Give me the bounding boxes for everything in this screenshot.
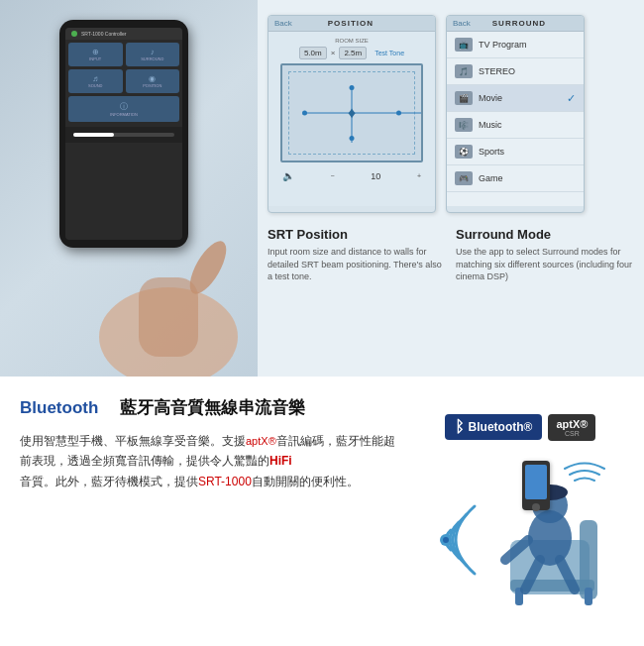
hifi-reference: HiFi bbox=[269, 454, 292, 468]
small-phone-button bbox=[532, 503, 540, 511]
phone-screen: SRT-1000 Controller ⊕ INPUT ♪ SURROUND ♬… bbox=[65, 28, 182, 240]
logo-row: ᛒ Bluetooth® aptX® CSR bbox=[445, 414, 596, 441]
position-bottom-controls: 🔈 − 10 + bbox=[274, 166, 429, 185]
movie-label: Movie bbox=[479, 93, 561, 103]
minus-icon[interactable]: − bbox=[331, 172, 335, 179]
sports-icon: ⚽ bbox=[455, 145, 473, 159]
small-phone-screen bbox=[525, 465, 547, 499]
volume-down-icon[interactable]: 🔈 bbox=[282, 170, 294, 181]
music-icon: 🎼 bbox=[455, 118, 473, 132]
surround-screen: Back SURROUND 📺 TV Program 🎵 STEREO 🎬 bbox=[446, 15, 585, 213]
srt-reference: SRT-1000 bbox=[198, 475, 252, 488]
surround-mode-title: Surround Mode bbox=[456, 227, 634, 242]
svg-rect-11 bbox=[585, 588, 592, 605]
game-label: Game bbox=[479, 173, 576, 183]
phone-app-title: SRT-1000 Controller bbox=[81, 31, 127, 37]
room-diagram: ♦ bbox=[280, 63, 423, 162]
aptx-logo: aptX® CSR bbox=[548, 414, 595, 441]
test-tone-label[interactable]: Test Tone bbox=[375, 50, 404, 56]
descriptions-row: SRT Position Input room size and distanc… bbox=[268, 223, 634, 283]
slider-value: 10 bbox=[371, 171, 380, 181]
phone-btn-sound[interactable]: ♬ SOUND bbox=[68, 69, 123, 93]
game-icon: 🎮 bbox=[455, 171, 473, 185]
bluetooth-symbol: ᛒ bbox=[455, 418, 465, 436]
surround-item-tv[interactable]: 📺 TV Program bbox=[447, 32, 584, 58]
volume-slider[interactable] bbox=[73, 133, 174, 137]
plus-icon[interactable]: + bbox=[417, 172, 421, 179]
phone-btn-input[interactable]: ⊕ INPUT bbox=[68, 43, 123, 66]
position-screen-header: Back POSITION bbox=[268, 16, 435, 32]
info-icon: ⓘ bbox=[71, 101, 176, 112]
position-back-button[interactable]: Back bbox=[274, 19, 292, 28]
surround-icon: ♪ bbox=[129, 48, 177, 56]
chinese-title: 藍牙高音質無線串流音樂 bbox=[120, 398, 305, 417]
surround-label: SURROUND bbox=[129, 56, 177, 61]
phone-btn-information[interactable]: ⓘ INFORMATION bbox=[68, 96, 179, 122]
position-screen-body: ROOM SIZE 5.0m × 2.5m Test Tone ♦ bbox=[268, 32, 435, 206]
svg-rect-1 bbox=[139, 277, 198, 357]
music-label: Music bbox=[479, 120, 576, 130]
bottom-right: ᛒ Bluetooth® aptX® CSR bbox=[416, 396, 624, 626]
sound-label: SOUND bbox=[71, 83, 120, 88]
info-label: INFORMATION bbox=[71, 112, 176, 117]
phone-device: SRT-1000 Controller ⊕ INPUT ♪ SURROUND ♬… bbox=[59, 20, 188, 248]
phone-button-grid: ⊕ INPUT ♪ SURROUND ♬ SOUND ◉ POSITION bbox=[65, 40, 182, 125]
surround-mode-description: Use the app to select Surround modes for… bbox=[456, 246, 634, 283]
bluetooth-section-title: Bluetooth 藍牙高音質無線串流音樂 bbox=[20, 396, 396, 419]
body-text-4: 自動開關的便利性。 bbox=[252, 475, 359, 488]
sports-label: Sports bbox=[479, 147, 576, 157]
dim-separator: × bbox=[331, 49, 336, 57]
aptx-logo-top: aptX® bbox=[556, 418, 588, 430]
surround-item-game[interactable]: 🎮 Game bbox=[447, 165, 584, 192]
position-screen: Back POSITION ROOM SIZE 5.0m × 2.5m Test… bbox=[268, 15, 436, 213]
room-size-label: ROOM SIZE bbox=[274, 38, 429, 44]
aptx-reference: aptX® bbox=[246, 435, 276, 447]
small-phone-device bbox=[522, 461, 550, 510]
surround-screen-header: Back SURROUND bbox=[447, 16, 584, 32]
position-label: POSITION bbox=[129, 83, 177, 88]
volume-slider-fill bbox=[73, 133, 114, 137]
svg-point-19 bbox=[443, 537, 449, 543]
aptx-logo-bottom: CSR bbox=[556, 430, 588, 437]
phone-top-bar: SRT-1000 Controller bbox=[65, 28, 182, 40]
person-illustration bbox=[431, 451, 609, 609]
srt-position-title: SRT Position bbox=[268, 227, 446, 242]
bluetooth-logo-text: Bluetooth® bbox=[469, 420, 533, 434]
input-icon: ⊕ bbox=[71, 48, 120, 56]
sound-icon: ♬ bbox=[71, 74, 120, 83]
srt-position-desc: SRT Position Input room size and distanc… bbox=[268, 227, 446, 283]
top-section: SRT-1000 Controller ⊕ INPUT ♪ SURROUND ♬… bbox=[0, 0, 644, 377]
surround-screen-title: SURROUND bbox=[492, 19, 546, 28]
selected-checkmark: ✓ bbox=[567, 92, 576, 105]
surround-item-movie[interactable]: 🎬 Movie ✓ bbox=[447, 85, 584, 112]
room-width[interactable]: 5.0m bbox=[299, 47, 327, 59]
tv-label: TV Program bbox=[479, 40, 576, 50]
phone-btn-surround[interactable]: ♪ SURROUND bbox=[126, 43, 180, 66]
stereo-label: STEREO bbox=[479, 66, 576, 76]
bottom-left: Bluetooth 藍牙高音質無線串流音樂 使用智慧型手機、平板無線享受音樂。支… bbox=[20, 396, 396, 626]
speaker-center-icon: ♦ bbox=[348, 104, 356, 122]
room-dimensions: 5.0m × 2.5m Test Tone bbox=[274, 47, 429, 59]
surround-item-sports[interactable]: ⚽ Sports bbox=[447, 139, 584, 165]
phone-btn-position[interactable]: ◉ POSITION bbox=[126, 69, 180, 93]
right-content: Back POSITION ROOM SIZE 5.0m × 2.5m Test… bbox=[258, 0, 644, 377]
screens-row: Back POSITION ROOM SIZE 5.0m × 2.5m Test… bbox=[268, 15, 634, 213]
phone-bottom-bar bbox=[65, 127, 182, 143]
phone-area: SRT-1000 Controller ⊕ INPUT ♪ SURROUND ♬… bbox=[0, 0, 258, 377]
bottom-section: Bluetooth 藍牙高音質無線串流音樂 使用智慧型手機、平板無線享受音樂。支… bbox=[0, 377, 644, 646]
bluetooth-body: 使用智慧型手機、平板無線享受音樂。支援aptX®音訊編碼，藍牙性能超前表現，透過… bbox=[20, 431, 396, 491]
bluetooth-word: Bluetooth bbox=[20, 398, 98, 417]
movie-icon: 🎬 bbox=[455, 91, 473, 105]
surround-back-button[interactable]: Back bbox=[453, 19, 471, 28]
bluetooth-logo: ᛒ Bluetooth® bbox=[445, 414, 543, 440]
surround-item-music[interactable]: 🎼 Music bbox=[447, 112, 584, 139]
input-label: INPUT bbox=[71, 56, 120, 61]
listening-illustration bbox=[431, 451, 609, 609]
surround-item-stereo[interactable]: 🎵 STEREO bbox=[447, 58, 584, 85]
room-depth[interactable]: 2.5m bbox=[339, 47, 367, 59]
position-icon: ◉ bbox=[129, 74, 177, 83]
body-text-1: 使用智慧型手機、平板無線享受音樂。支援 bbox=[20, 434, 246, 448]
body-text-3: 音質。此外，藍牙待機模式，提供 bbox=[20, 475, 198, 488]
surround-mode-desc: Surround Mode Use the app to select Surr… bbox=[456, 227, 634, 283]
srt-position-description: Input room size and distance to walls fo… bbox=[268, 246, 446, 283]
